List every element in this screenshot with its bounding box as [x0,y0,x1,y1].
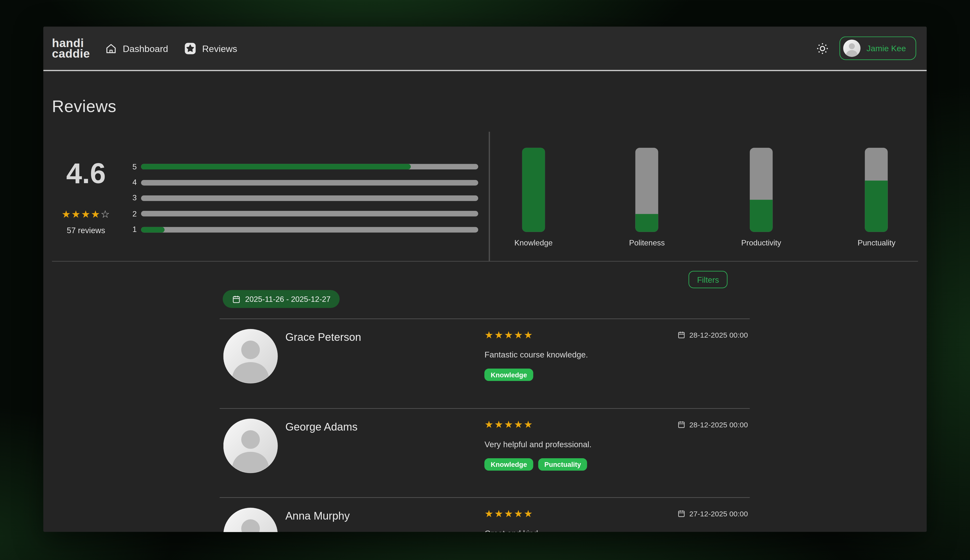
app-window: handi caddie Dashboard Reviews [43,27,927,531]
filters-toolbar: Filters [220,271,750,288]
review-tag: Punctuality [538,458,587,470]
category-bar-fill [522,148,545,232]
date-range-label: 2025-11-26 - 2025-12-27 [245,295,330,303]
review-row: Grace Peterson ★★★★★ Fantastic course kn… [220,318,750,408]
category-bar-track [750,148,773,232]
review-body: ★★★★★ Very helpful and professional. Kno… [485,418,670,497]
category-label: Politeness [629,239,665,247]
category-bar-track [635,148,658,232]
summary-star-row: ★★★★☆ [52,208,120,220]
review-date: 28-12-2025 00:00 [689,420,748,429]
rating-distribution-row: 1 [125,222,478,237]
category-label: Productivity [741,239,781,247]
reviewer-name: Grace Peterson [285,329,477,408]
person-icon [223,418,278,473]
reviewer-avatar [223,508,278,532]
category-bar-fill [750,200,773,232]
dist-bar-fill [141,227,165,232]
top-navigation-bar: handi caddie Dashboard Reviews [43,27,927,71]
person-icon [223,508,278,532]
review-star-row: ★★★★★ [485,508,670,519]
review-date-block: 28-12-2025 00:00 [678,329,748,408]
topbar-right: Jamie Kee [816,37,916,60]
category-rating-item: Knowledge [514,148,553,261]
category-bar-track [522,148,545,232]
stage: handi caddie Dashboard Reviews [0,0,970,560]
user-name: Jamie Kee [867,43,906,53]
page-title: Reviews [52,97,926,116]
category-rating-item: Productivity [741,148,781,261]
reviewer-name: Anna Murphy [285,508,477,532]
user-menu-button[interactable]: Jamie Kee [839,37,916,60]
filters-button[interactable]: Filters [688,271,728,288]
logo-line2: caddie [52,48,90,59]
review-body: ★★★★★ Fantastic course knowledge. Knowle… [485,329,670,408]
rating-distribution-row: 2 [125,206,478,222]
dist-bar-fill [141,164,411,170]
average-rating-value: 4.6 [52,159,120,187]
dist-row-label: 1 [125,225,137,234]
review-tags: Knowledge [485,368,670,381]
dist-bar-track [141,180,478,185]
review-tag: Knowledge [485,368,533,381]
calendar-icon [232,295,241,303]
review-star-row: ★★★★★ [485,418,670,429]
dist-bar-track [141,164,478,170]
average-rating-block: 4.6 ★★★★☆ 57 reviews [52,132,120,261]
review-body: ★★★★★ Great and kind. [485,508,670,532]
category-rating-item: Punctuality [858,148,895,261]
nav-item-label: Dashboard [123,43,168,53]
review-star-row: ★★★★★ [485,329,670,340]
review-text: Great and kind. [485,529,670,532]
dist-row-label: 5 [125,163,137,171]
person-icon [843,40,860,57]
review-text: Fantastic course knowledge. [485,350,670,360]
category-label: Punctuality [858,239,895,247]
dist-bar-track [141,195,478,201]
calendar-icon [678,420,686,428]
active-filters-row: 2025-11-26 - 2025-12-27 [220,290,750,308]
person-icon [223,329,278,383]
rating-distribution-chart: 5 4 3 2 1 [125,132,478,261]
nav-item-dashboard[interactable]: Dashboard [105,42,168,55]
review-text: Very helpful and professional. [485,439,670,449]
reviews-count: 57 reviews [52,226,120,235]
dist-bar-track [141,211,478,217]
review-tags: KnowledgePunctuality [485,458,670,470]
dist-row-label: 2 [125,210,137,218]
dist-row-label: 3 [125,194,137,203]
review-list: Grace Peterson ★★★★★ Fantastic course kn… [220,318,750,532]
category-bar-fill [635,214,658,232]
rating-distribution-row: 5 [125,159,478,175]
nav-item-label: Reviews [202,43,237,53]
ratings-summary-section: 4.6 ★★★★☆ 57 reviews 5 4 3 2 1 [52,132,918,262]
category-rating-item: Politeness [629,148,665,261]
stars-empty: ☆ [100,208,110,220]
calendar-icon [678,510,686,518]
nav-item-reviews[interactable]: Reviews [184,42,237,55]
star-badge-icon [184,42,197,55]
review-date: 28-12-2025 00:00 [689,331,748,339]
reviewer-name: George Adams [285,418,477,497]
logo-line1: handi [52,38,90,48]
review-date-block: 28-12-2025 00:00 [678,418,748,497]
date-range-chip[interactable]: 2025-11-26 - 2025-12-27 [223,290,340,308]
main-nav: Dashboard Reviews [105,42,237,55]
review-row: George Adams ★★★★★ Very helpful and prof… [220,408,750,497]
category-bar-track [865,148,888,232]
home-icon [105,42,117,54]
review-date-block: 27-12-2025 00:00 [678,508,748,532]
review-date: 27-12-2025 00:00 [689,510,748,518]
review-tag: Knowledge [485,458,533,470]
category-label: Knowledge [514,239,553,247]
reviewer-avatar [223,329,278,383]
rating-distribution-row: 3 [125,190,478,206]
dist-bar-track [141,227,478,232]
review-row: Anna Murphy ★★★★★ Great and kind. 27-12-… [220,497,750,532]
rating-distribution-row: 4 [125,175,478,190]
calendar-icon [678,331,686,339]
dist-row-label: 4 [125,178,137,187]
app-logo[interactable]: handi caddie [52,38,90,59]
sun-icon[interactable] [816,42,829,55]
stars-filled: ★★★★ [62,208,100,220]
